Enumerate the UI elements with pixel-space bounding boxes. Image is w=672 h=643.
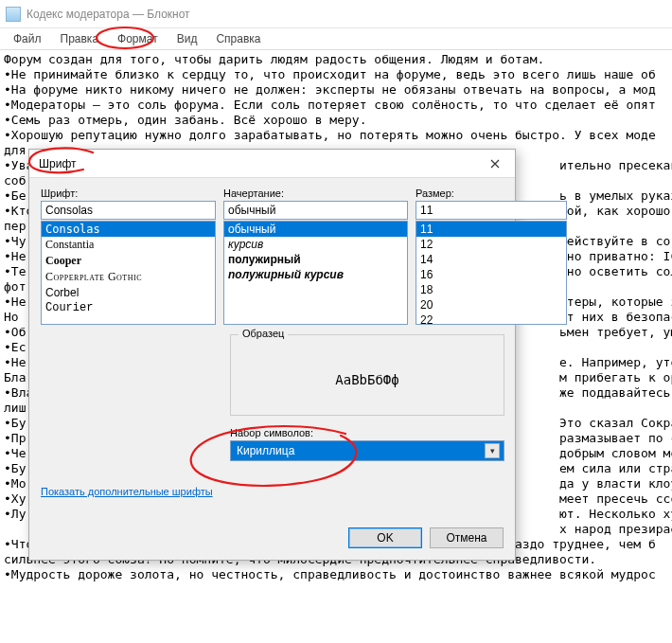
menubar: Файл Правка Формат Вид Справка [0,28,672,49]
size-option[interactable]: 14 [416,252,566,267]
close-icon [490,159,500,169]
menu-view[interactable]: Вид [168,30,207,47]
style-label: Начертание: [223,188,408,199]
size-option[interactable]: 22 [416,313,566,325]
cancel-button[interactable]: Отмена [430,527,504,548]
size-option[interactable]: 18 [416,282,566,297]
style-option[interactable]: полужирный [224,252,407,267]
menu-file[interactable]: Файл [4,30,51,47]
size-label: Размер: [416,188,567,199]
style-option[interactable]: курсив [224,237,407,252]
dialog-titlebar[interactable]: Шрифт [29,150,515,178]
notepad-icon [6,7,21,22]
style-option[interactable]: обычный [224,222,407,237]
font-option[interactable]: Copperplate Gothic [42,269,215,285]
style-option[interactable]: полужирный курсив [224,267,407,282]
editor-line: •На форуме никто никому ничего не должен… [4,82,668,98]
font-option[interactable]: Corbel [42,285,215,300]
close-button[interactable] [475,151,515,177]
window-title: Кодекс модератора — Блокнот [27,8,190,21]
style-input[interactable] [223,201,408,220]
size-option[interactable]: 20 [416,297,566,313]
sample-text: AaBbБбФф [239,352,496,407]
style-listbox[interactable]: обычный курсив полужирный полужирный кур… [223,221,408,325]
font-dialog: Шрифт Шрифт: Consolas Constantia Cooper … [28,149,516,561]
editor-line: •Мудрость дороже золота, но честность, с… [4,567,668,582]
menu-help[interactable]: Справка [206,30,270,47]
charset-value: Кириллица [237,444,294,457]
font-option[interactable]: Consolas [42,222,215,237]
editor-line: •Семь раз отмерь, один забань. Всё хорош… [4,113,668,128]
size-option[interactable]: 11 [416,222,566,237]
titlebar: Кодекс модератора — Блокнот [0,0,672,28]
charset-combo[interactable]: Кириллица ▾ [230,440,504,461]
font-option[interactable]: Courier [42,300,215,315]
size-listbox[interactable]: 11 12 14 16 18 20 22 [416,221,567,325]
editor-line: •Не принимайте близко к сердцу то, что п… [4,67,668,82]
font-input[interactable] [41,201,216,220]
font-label: Шрифт: [41,188,216,199]
more-fonts-link[interactable]: Показать дополнительные шрифты [41,486,213,497]
editor-line: •Модераторы — это соль форума. Если соль… [4,98,668,113]
menu-edit[interactable]: Правка [51,30,109,47]
dialog-title: Шрифт [39,157,76,170]
font-option[interactable]: Constantia [42,237,215,253]
sample-legend: Образец [239,328,288,339]
sample-groupbox: Образец AaBbБбФф [230,334,504,416]
size-option[interactable]: 16 [416,267,566,282]
font-listbox[interactable]: Consolas Constantia Cooper Copperplate G… [41,221,216,325]
menu-format[interactable]: Формат [108,30,168,47]
size-input[interactable] [416,201,567,220]
editor-line: Форум создан для того, чтобы дарить людя… [4,52,668,67]
font-option[interactable]: Cooper [42,253,215,269]
chevron-down-icon: ▾ [485,443,500,458]
ok-button[interactable]: OK [348,527,422,548]
size-option[interactable]: 12 [416,237,566,252]
editor-line: •Хорошую репутацию нужно долго зарабатыв… [4,128,668,143]
charset-label: Набор символов: [230,427,504,438]
